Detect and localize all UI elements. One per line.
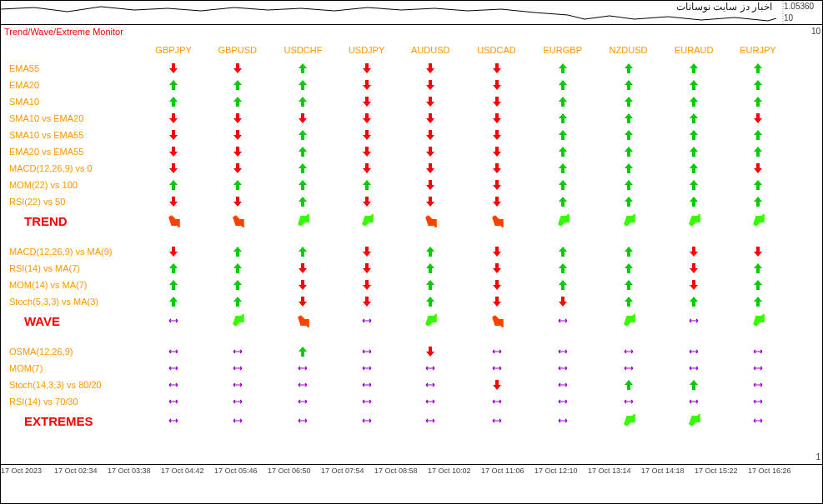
x-tick: 17 Oct 2023 xyxy=(1,467,54,475)
indicator-cell xyxy=(464,143,529,160)
indicator-cell xyxy=(661,360,727,377)
indicator-cell xyxy=(464,160,529,177)
indicator-cell xyxy=(336,60,398,77)
indicator-cell xyxy=(529,160,595,177)
indicator-cell xyxy=(529,60,595,77)
section-label: TREND xyxy=(1,210,143,232)
summary-cell xyxy=(143,410,204,432)
indicator-cell xyxy=(143,343,204,360)
indicator-cell xyxy=(398,243,464,260)
indicator-cell xyxy=(398,293,464,310)
indicator-cell xyxy=(143,143,204,160)
indicator-cell xyxy=(270,343,335,360)
x-tick: 17 Oct 04:42 xyxy=(161,467,214,475)
summary-cell xyxy=(270,410,335,432)
x-tick: 17 Oct 08:58 xyxy=(374,467,428,475)
indicator-cell xyxy=(727,243,789,260)
app-window: اخبار دز سایت نوسانات 1.05360 10 Trend/W… xyxy=(0,0,823,504)
indicator-cell xyxy=(595,243,660,260)
indicator-label: SMA10 vs EMA55 xyxy=(1,127,143,143)
summary-cell xyxy=(336,310,398,332)
indicator-cell xyxy=(204,360,270,377)
indicator-cell xyxy=(464,393,529,410)
indicator-cell xyxy=(727,60,789,77)
indicator-cell xyxy=(204,177,270,193)
indicator-cell xyxy=(336,110,398,127)
indicator-label: SMA10 xyxy=(1,93,143,110)
indicator-label: Stoch(14,3,3) vs 80/20 xyxy=(1,377,143,393)
indicator-cell xyxy=(204,260,270,277)
indicator-cell xyxy=(727,193,789,210)
summary-cell xyxy=(529,310,595,332)
summary-cell xyxy=(398,410,464,432)
indicator-cell xyxy=(727,143,789,160)
indicator-cell xyxy=(464,193,529,210)
indicator-cell xyxy=(727,293,789,310)
indicator-cell xyxy=(529,393,595,410)
indicator-cell xyxy=(270,243,335,260)
indicator-cell xyxy=(661,393,727,410)
summary-cell xyxy=(464,310,529,332)
x-axis: 17 Oct 202317 Oct 02:3417 Oct 03:3817 Oc… xyxy=(1,464,822,480)
indicator-cell xyxy=(464,77,529,93)
indicator-cell xyxy=(270,377,335,393)
indicator-cell xyxy=(529,193,595,210)
indicator-cell xyxy=(529,127,595,143)
indicator-cell xyxy=(464,93,529,110)
indicator-cell xyxy=(464,127,529,143)
indicator-cell xyxy=(529,110,595,127)
indicator-cell xyxy=(464,277,529,293)
indicator-cell xyxy=(204,60,270,77)
indicator-cell xyxy=(336,377,398,393)
indicator-cell xyxy=(464,360,529,377)
indicator-label: EMA20 xyxy=(1,77,143,93)
indicator-cell xyxy=(143,377,204,393)
indicator-cell xyxy=(336,127,398,143)
indicator-cell xyxy=(336,360,398,377)
summary-cell xyxy=(661,410,727,432)
indicator-cell xyxy=(529,143,595,160)
x-tick: 17 Oct 02:34 xyxy=(54,467,108,475)
indicator-cell xyxy=(529,243,595,260)
indicator-cell xyxy=(727,377,789,393)
indicator-cell xyxy=(336,77,398,93)
indicator-cell xyxy=(398,60,464,77)
indicator-cell xyxy=(727,127,789,143)
pair-header: NZDUSD xyxy=(595,40,660,60)
indicator-cell xyxy=(398,360,464,377)
x-tick: 17 Oct 16:26 xyxy=(748,467,801,475)
indicator-cell xyxy=(727,177,789,193)
indicator-cell xyxy=(595,377,660,393)
indicator-cell xyxy=(595,110,660,127)
indicator-cell xyxy=(529,260,595,277)
monitor-panel: Trend/Wave/Extreme Monitor 10 1 GBPJPYGB… xyxy=(1,25,822,480)
indicator-label: MACD(12,26,9) vs 0 xyxy=(1,160,143,177)
indicator-cell xyxy=(398,143,464,160)
indicator-cell xyxy=(398,160,464,177)
indicator-cell xyxy=(204,93,270,110)
pair-header: GBPUSD xyxy=(204,40,270,60)
indicator-cell xyxy=(143,277,204,293)
indicator-cell xyxy=(661,93,727,110)
section-label: EXTREMES xyxy=(1,410,143,432)
x-tick: 17 Oct 15:22 xyxy=(695,467,748,475)
indicator-label: MOM(22) vs 100 xyxy=(1,177,143,193)
top-scale: 10 xyxy=(784,12,820,24)
indicator-cell xyxy=(727,260,789,277)
summary-cell xyxy=(595,210,660,232)
indicator-cell xyxy=(464,293,529,310)
indicator-cell xyxy=(336,277,398,293)
pair-header: EURAUD xyxy=(661,40,727,60)
indicator-cell xyxy=(270,110,335,127)
indicator-label: MOM(7) xyxy=(1,360,143,377)
indicator-cell xyxy=(595,177,660,193)
indicator-cell xyxy=(398,277,464,293)
indicator-cell xyxy=(464,60,529,77)
indicator-cell xyxy=(270,193,335,210)
summary-cell xyxy=(204,410,270,432)
indicator-cell xyxy=(143,360,204,377)
summary-cell xyxy=(595,410,660,432)
summary-cell xyxy=(727,310,789,332)
indicator-cell xyxy=(204,193,270,210)
indicator-cell xyxy=(204,110,270,127)
